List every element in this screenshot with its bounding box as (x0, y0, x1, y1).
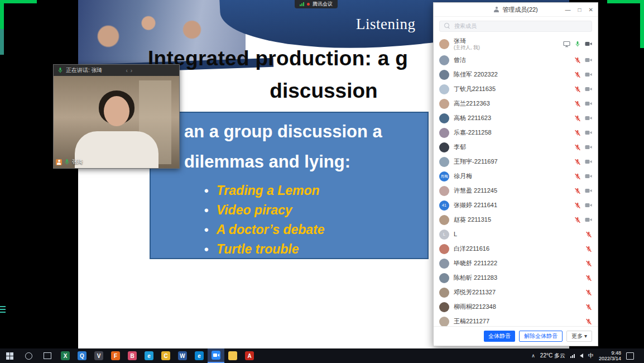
member-row[interactable]: LL (434, 227, 598, 242)
unmute-all-button[interactable]: 解除全体静音 (519, 331, 563, 342)
tencent-meeting-taskbar-icon[interactable] (208, 348, 224, 363)
file-explorer-taskbar-icon[interactable] (224, 348, 241, 363)
mic-muted-icon[interactable] (574, 130, 581, 136)
member-row[interactable]: 曾洁 (434, 53, 598, 68)
cam-off-icon[interactable] (585, 144, 592, 150)
mute-all-button[interactable]: 全体静音 (484, 331, 515, 342)
mic-muted-icon[interactable] (585, 231, 592, 238)
speaking-label: 正在讲话: 张琦 (66, 66, 103, 74)
members-icon (493, 7, 499, 12)
collapse-arrows-icon[interactable]: ‹ › (126, 68, 133, 74)
mic-muted-icon[interactable] (585, 260, 592, 267)
weather-widget[interactable]: 22°C 多云 (540, 352, 565, 360)
cam-off-icon[interactable] (585, 71, 592, 78)
clock-date: 2022/3/14 (599, 356, 621, 361)
search-input[interactable] (439, 21, 592, 32)
app-pink-browser-taskbar-icon[interactable]: B (124, 348, 141, 363)
edge-browser-taskbar-icon[interactable]: e (191, 348, 208, 363)
cortana-search-button[interactable] (19, 348, 38, 363)
mic-muted-icon[interactable] (574, 101, 581, 107)
decor-top-right-horizontal (607, 0, 644, 3)
app-search-tool-taskbar-icon[interactable]: Q (74, 348, 90, 363)
mic-muted-icon[interactable] (574, 57, 581, 64)
member-row[interactable]: 高杨 2211623 (434, 111, 598, 126)
mic-muted-icon[interactable] (574, 144, 581, 151)
chrome-browser-taskbar-icon[interactable]: C (157, 348, 174, 363)
mic-muted-icon[interactable] (585, 275, 592, 281)
mic-muted-icon[interactable] (574, 173, 581, 180)
video-window-header[interactable]: 正在讲话: 张琦 ‹ › (54, 65, 179, 76)
action-center-icon[interactable] (626, 352, 634, 360)
cam-off-icon[interactable] (585, 217, 592, 223)
taskbar-clock[interactable]: 9:48 2022/3/14 (599, 350, 621, 361)
panel-title-bar[interactable]: 管理成员(22) — □ ✕ (434, 3, 598, 17)
app-media-player-taskbar-icon[interactable]: V (90, 348, 107, 363)
tray-expand-icon[interactable]: ∧ (531, 353, 535, 359)
member-row[interactable]: 丁钦凡2211635 (434, 82, 598, 97)
member-row[interactable]: 陈柏昕 2211283 (434, 271, 598, 285)
member-row[interactable]: 41张撷婷 2211641 (434, 198, 598, 213)
cam-off-icon[interactable] (585, 188, 592, 194)
windows-logo-icon (6, 352, 13, 360)
start-button[interactable] (0, 348, 19, 363)
member-row[interactable]: 许慧盈 2211245 (434, 184, 598, 198)
meeting-status-pill[interactable]: 腾讯会议 (295, 0, 338, 8)
cam-off-icon[interactable] (585, 173, 592, 179)
mic-muted-icon[interactable] (585, 246, 592, 252)
mic-on-icon[interactable] (574, 41, 581, 47)
close-button[interactable]: ✕ (589, 7, 593, 13)
ime-indicator[interactable]: 中 (588, 352, 594, 360)
cam-off-icon[interactable] (585, 159, 592, 165)
member-row[interactable]: 王楠2211277 (434, 314, 598, 327)
firefox-browser-taskbar-icon[interactable]: F (107, 348, 124, 363)
task-view-button[interactable] (38, 348, 57, 363)
mic-muted-icon[interactable] (585, 289, 592, 296)
cam-off-icon[interactable] (585, 57, 592, 63)
mic-muted-icon[interactable] (574, 86, 581, 93)
cam-off-icon[interactable] (585, 86, 592, 92)
member-row[interactable]: 陈佳军 2202322 (434, 68, 598, 82)
member-row[interactable]: 乐嘉-2211258 (434, 126, 598, 140)
member-row[interactable]: 白洋2211616 (434, 242, 598, 256)
member-row[interactable]: 张琦(主持人, 我) (434, 35, 598, 53)
member-row[interactable]: 月梅徐月梅 (434, 169, 598, 184)
volume-icon[interactable] (580, 354, 583, 358)
minimize-button[interactable]: — (565, 7, 571, 13)
cam-off-icon[interactable] (585, 130, 592, 136)
mic-muted-icon[interactable] (574, 217, 581, 223)
member-row[interactable]: 赵葵 2211315 (434, 213, 598, 227)
screen-icon[interactable] (563, 41, 570, 47)
cam-off-icon[interactable] (585, 115, 592, 121)
word-taskbar-icon[interactable]: W (174, 348, 191, 363)
mic-muted-icon[interactable] (585, 304, 592, 311)
member-row[interactable]: 柳雨桐2212348 (434, 300, 598, 314)
mic-muted-icon[interactable] (574, 202, 581, 209)
app-green-tool-taskbar-icon[interactable]: X (57, 348, 74, 363)
more-button[interactable]: 更多 ▾ (566, 331, 592, 342)
member-name: 李郁 (454, 144, 466, 151)
member-row[interactable]: 李郁 (434, 140, 598, 155)
search-icon (444, 23, 449, 28)
network-icon[interactable] (570, 354, 575, 358)
slide-banner-label: Listening (356, 16, 416, 33)
speaker-video-window[interactable]: 正在讲话: 张琦 ‹ › 张琦 (53, 64, 180, 169)
person-face (104, 96, 129, 126)
member-row[interactable]: 王翔宇-2211697 (434, 155, 598, 169)
internet-explorer-taskbar-icon[interactable]: e (141, 348, 157, 363)
member-row[interactable]: 毕晓舒 2211222 (434, 256, 598, 271)
member-row[interactable]: 高兰2212363 (434, 97, 598, 111)
mic-muted-icon[interactable] (574, 188, 581, 194)
signal-bars-icon (300, 2, 304, 6)
cam-off-icon[interactable] (585, 101, 592, 107)
adobe-reader-taskbar-icon[interactable]: A (241, 348, 258, 363)
mic-muted-icon[interactable] (574, 159, 581, 165)
mic-muted-icon[interactable] (574, 71, 581, 78)
cam-on-icon[interactable] (585, 41, 592, 47)
cam-off-icon[interactable] (585, 202, 592, 208)
member-name: 曾洁 (454, 56, 466, 64)
member-avatar (439, 186, 449, 196)
mic-muted-icon[interactable] (585, 318, 592, 325)
mic-muted-icon[interactable] (574, 115, 581, 122)
member-row[interactable]: 邓悦芳2211327 (434, 285, 598, 300)
maximize-button[interactable]: □ (578, 7, 581, 13)
